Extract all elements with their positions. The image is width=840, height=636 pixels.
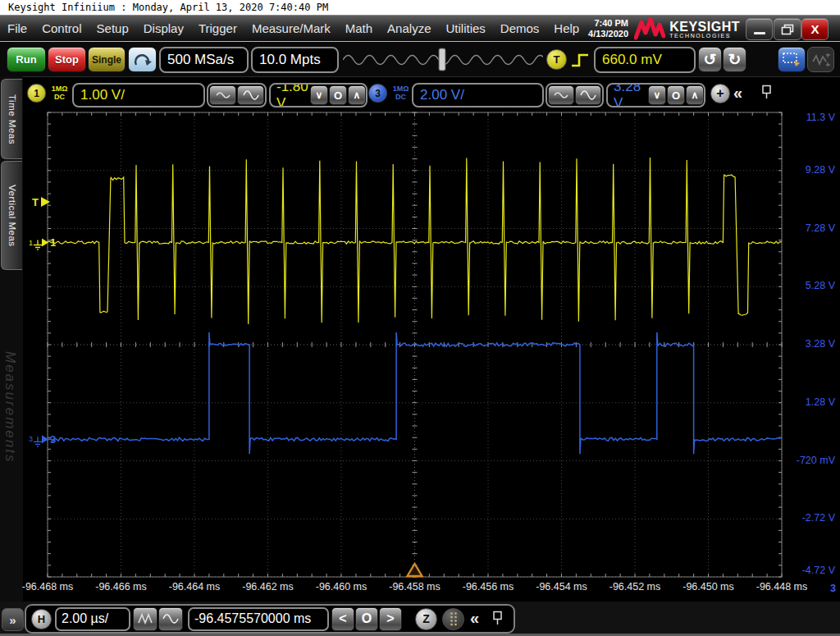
run-button[interactable]: Run [7,47,46,72]
timebase-zoom-out-button[interactable] [133,607,158,631]
pin-button[interactable] [760,85,773,100]
zero-icon: O [672,89,680,102]
channel1-offset-field[interactable]: -1.80 V ∨ O ∧ [269,83,368,108]
add-channel-button[interactable]: + [710,84,730,103]
channel1-offset-down-button[interactable]: ∨ [310,85,328,105]
clock-date: 4/13/2020 [588,29,628,39]
channel3-scale-down-button[interactable] [548,85,574,105]
minimize-icon [754,32,765,34]
chevron-down-icon: ∨ [654,89,661,101]
pin-button[interactable] [491,611,504,626]
stop-button[interactable]: Stop [48,47,86,72]
horizontal-position-field[interactable]: -96.4575570000 ms [188,607,329,631]
channel3-offset-field[interactable]: 3.28 V ∨ O ∧ [606,83,705,108]
channel3-offset-up-button[interactable]: ∧ [686,85,704,105]
channel3-offset-down-button[interactable]: ∨ [648,85,666,105]
chevron-up-icon: ∧ [692,89,699,101]
trigger-position-marker[interactable] [408,564,422,576]
measurement-sidebar: Time Meas Vertical Meas Measurements [0,76,23,636]
waveform-area[interactable]: 1133T 11.3 V9.28 V7.28 V5.28 V3.28 V1.28… [23,109,840,602]
timebase-field[interactable]: 2.00 µs/ [55,607,130,631]
restore-button[interactable] [774,18,801,40]
clock: 7:40 PM 4/13/2020 [588,18,628,39]
tab-time-meas[interactable]: Time Meas [1,79,22,159]
collapse-bar-button[interactable]: « [733,82,742,103]
menu-help[interactable]: Help [546,21,587,35]
channel1-scale-down-button[interactable] [209,85,236,105]
redo-icon: ↻ [728,50,742,69]
channel3-offset-zero-button[interactable]: O [667,85,685,105]
trigger-source-badge[interactable]: T [546,49,567,70]
zero-icon: O [334,89,342,102]
compressed-wave-icon [137,613,153,625]
svg-text:3: 3 [29,435,33,443]
position-zero-button[interactable]: O [355,607,378,631]
zoom-mode-button[interactable]: Z [415,608,437,630]
waveform-arrows-icon [811,52,831,68]
undo-button[interactable]: ↺ [698,47,722,72]
brand-subtitle: TECHNOLOGIES [669,33,740,39]
waveform-compare-button-disabled [807,47,834,72]
horizontal-panel: H 2.00 µs/ -96.4575570000 ms < O > Z « [25,604,515,634]
menu-demos[interactable]: Demos [493,21,547,35]
channel3-coupling-label[interactable]: 1MΩ DC [390,85,412,101]
horizontal-delay-slider[interactable] [343,48,543,72]
menu-setup[interactable]: Setup [89,21,136,35]
touch-gesture-button[interactable] [128,47,157,72]
menu-analyze[interactable]: Analyze [380,21,438,35]
close-button[interactable]: X [801,18,829,40]
single-button[interactable]: Single [88,47,126,72]
waveform-svg[interactable]: 1133T [23,109,840,602]
plus-icon: + [716,86,724,101]
keysight-logo: KEYSIGHT TECHNOLOGIES [634,17,740,41]
menu-utilities[interactable]: Utilities [438,21,492,35]
menu-file[interactable]: File [0,21,34,35]
double-chevron-left-icon: « [733,84,742,102]
minimize-button[interactable] [746,18,773,40]
channel1-coupling-label[interactable]: 1MΩ DC [48,85,71,101]
large-wave-icon [579,89,597,102]
chevron-up-icon: ∧ [354,89,361,101]
sample-rate-field[interactable]: 500 MSa/s [159,47,249,73]
channel1-scale-field[interactable]: 1.00 V/ [72,83,205,108]
zero-icon: O [362,611,372,626]
position-right-button[interactable]: > [379,607,402,631]
svg-text:1: 1 [50,236,56,249]
position-left-button[interactable]: < [331,607,354,631]
keysight-spark-icon [634,17,665,41]
region-select-button[interactable] [778,47,806,72]
channel1-offset-zero-button[interactable]: O [329,85,347,105]
large-wave-icon [242,89,260,102]
menu-math[interactable]: Math [338,21,380,35]
small-wave-icon [553,90,569,100]
measurements-panel-ghost-label: Measurements [2,351,18,463]
delay-slider-handle[interactable] [439,48,445,71]
menu-control[interactable]: Control [34,21,89,35]
timebase-zoom-in-button[interactable] [158,607,183,631]
trigger-level-field[interactable]: 660.0 mV [594,47,696,73]
channel3-badge[interactable]: 3 [368,84,387,103]
menu-trigger[interactable]: Trigger [191,21,244,35]
horizontal-badge[interactable]: H [31,609,52,629]
memory-depth-field[interactable]: 10.0 Mpts [251,47,339,73]
channel3-scale-up-button[interactable] [575,85,601,105]
pin-icon [763,86,770,94]
channel1-badge[interactable]: 1 [27,84,46,103]
expand-panel-button[interactable]: » [2,608,24,631]
menu-measure-mark[interactable]: Measure/Mark [244,21,338,35]
trigger-edge-icon[interactable] [569,49,592,71]
selection-rectangle-icon [782,52,801,68]
menu-display[interactable]: Display [136,21,191,35]
tab-vertical-meas[interactable]: Vertical Meas [1,161,22,270]
grab-handle-button[interactable] [442,608,464,630]
channel-3-trace [48,332,782,454]
double-chevron-right-icon: » [9,613,16,627]
redo-button[interactable]: ↻ [723,47,746,72]
channel1-offset-up-button[interactable]: ∧ [348,85,366,105]
channel3-ground-marker[interactable]: 33 [29,433,56,446]
channel3-scale-field[interactable]: 2.00 V/ [412,83,544,108]
collapse-panel-button[interactable]: « [470,607,479,629]
channel1-scale-up-button[interactable] [237,85,264,105]
svg-text:1: 1 [29,239,33,247]
channel1-ground-marker[interactable]: 11 [29,236,56,249]
